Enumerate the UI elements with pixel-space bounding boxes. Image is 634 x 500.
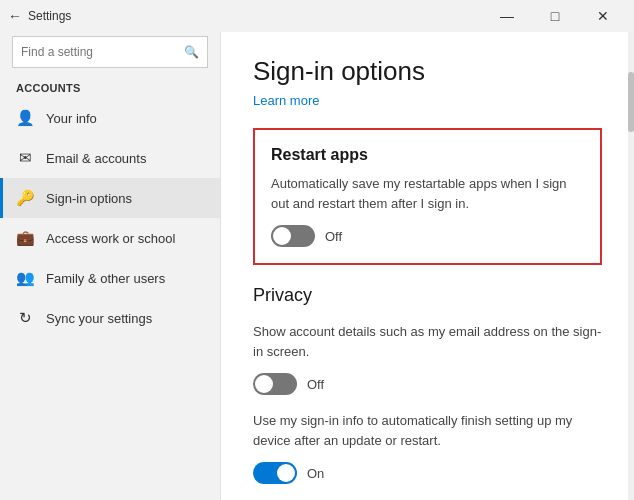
scrollbar-thumb[interactable]: [628, 72, 634, 132]
privacy-item-2-desc: Use my sign-in info to automatically fin…: [253, 411, 602, 450]
search-icon: 🔍: [184, 45, 199, 59]
sidebar-item-email[interactable]: ✉ Email & accounts: [0, 138, 220, 178]
email-icon: ✉: [16, 149, 34, 167]
right-panel: Sign-in options Learn more Restart apps …: [220, 32, 634, 500]
app-title: Settings: [28, 9, 71, 23]
privacy-item-2: Use my sign-in info to automatically fin…: [253, 411, 602, 484]
accounts-section-label: Accounts: [0, 76, 220, 98]
scrollbar-track[interactable]: [628, 32, 634, 500]
page-learn-more-link[interactable]: Learn more: [253, 93, 319, 108]
sidebar-item-label: Access work or school: [46, 231, 175, 246]
sidebar-item-sync[interactable]: ↻ Sync your settings: [0, 298, 220, 338]
minimize-button[interactable]: —: [484, 0, 530, 32]
sidebar-item-sign-in[interactable]: 🔑 Sign-in options: [0, 178, 220, 218]
search-input[interactable]: [21, 45, 178, 59]
sidebar-item-label: Family & other users: [46, 271, 165, 286]
page-title: Sign-in options: [253, 56, 602, 87]
restart-apps-description: Automatically save my restartable apps w…: [271, 174, 584, 213]
title-bar-controls: — □ ✕: [484, 0, 626, 32]
restart-apps-section: Restart apps Automatically save my resta…: [253, 128, 602, 265]
sidebar-item-your-info[interactable]: 👤 Your info: [0, 98, 220, 138]
right-panel-wrapper: Sign-in options Learn more Restart apps …: [220, 32, 634, 500]
sidebar-item-family[interactable]: 👥 Family & other users: [0, 258, 220, 298]
sidebar-item-label: Your info: [46, 111, 97, 126]
title-bar-left: ← Settings: [8, 8, 476, 24]
privacy-item-1-toggle-row: Off: [253, 373, 602, 395]
privacy-item-1: Show account details such as my email ad…: [253, 322, 602, 395]
sidebar-item-label: Email & accounts: [46, 151, 146, 166]
family-icon: 👥: [16, 269, 34, 287]
your-info-icon: 👤: [16, 109, 34, 127]
privacy-toggle-2-thumb: [277, 464, 295, 482]
sidebar-item-label: Sign-in options: [46, 191, 132, 206]
privacy-item-2-toggle-row: On: [253, 462, 602, 484]
sidebar-item-label: Sync your settings: [46, 311, 152, 326]
privacy-section: Privacy Show account details such as my …: [253, 285, 602, 500]
restart-apps-toggle-label: Off: [325, 229, 342, 244]
privacy-toggle-2[interactable]: [253, 462, 297, 484]
close-button[interactable]: ✕: [580, 0, 626, 32]
privacy-toggle-1-thumb: [255, 375, 273, 393]
search-box[interactable]: 🔍: [12, 36, 208, 68]
main-content: 🔍 Accounts 👤 Your info ✉ Email & account…: [0, 32, 634, 500]
access-work-icon: 💼: [16, 229, 34, 247]
back-arrow[interactable]: ←: [8, 8, 22, 24]
restart-apps-toggle-thumb: [273, 227, 291, 245]
privacy-toggle-1-label: Off: [307, 377, 324, 392]
maximize-button[interactable]: □: [532, 0, 578, 32]
sync-icon: ↻: [16, 309, 34, 327]
privacy-item-1-desc: Show account details such as my email ad…: [253, 322, 602, 361]
title-bar: ← Settings — □ ✕: [0, 0, 634, 32]
restart-apps-toggle[interactable]: [271, 225, 315, 247]
restart-apps-heading: Restart apps: [271, 146, 584, 164]
restart-apps-toggle-row: Off: [271, 225, 584, 247]
privacy-toggle-1[interactable]: [253, 373, 297, 395]
sign-in-icon: 🔑: [16, 189, 34, 207]
privacy-heading: Privacy: [253, 285, 602, 310]
sidebar-item-access-work[interactable]: 💼 Access work or school: [0, 218, 220, 258]
sidebar: 🔍 Accounts 👤 Your info ✉ Email & account…: [0, 32, 220, 500]
privacy-toggle-2-label: On: [307, 466, 324, 481]
